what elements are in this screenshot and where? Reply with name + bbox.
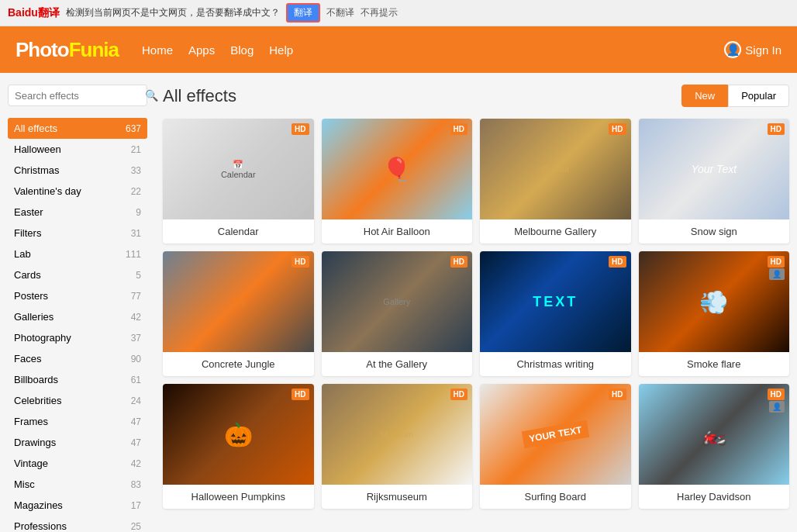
effect-thumbnail: 🏍️ HD 👤 xyxy=(639,384,790,485)
content-area: All effects New Popular 📅Calendar HD Cal… xyxy=(163,85,789,532)
search-box[interactable]: 🔍 xyxy=(8,85,147,106)
effect-thumbnail: Gallery HD xyxy=(322,251,473,352)
effect-name: Hot Air Balloon xyxy=(322,219,473,244)
header: PhotoFunia Home Apps Blog Help 👤 Sign In xyxy=(0,26,797,73)
effect-name: Snow sign xyxy=(639,219,790,244)
effect-thumbnail: TEXT HD xyxy=(480,251,631,352)
search-input[interactable] xyxy=(15,90,145,102)
effects-grid: 📅Calendar HD Calendar 🎈 HD Hot Air Ballo… xyxy=(163,119,789,509)
user-badge: 👤 xyxy=(769,268,785,280)
sidebar-item-misc[interactable]: Misc83 xyxy=(8,474,147,495)
main-container: 🔍 All effects637Halloween21Christmas33Va… xyxy=(0,73,797,532)
no-translate-link[interactable]: 不翻译 xyxy=(326,6,354,19)
sign-in-button[interactable]: 👤 Sign In xyxy=(724,41,781,58)
effect-name: Rijksmuseum xyxy=(322,485,473,509)
effect-thumbnail: Portrait HD xyxy=(480,119,631,219)
page-title: All effects xyxy=(163,86,236,106)
hd-badge: HD xyxy=(609,256,626,268)
effect-card-surfing-board[interactable]: YOUR TEXT HD Surfing Board xyxy=(480,384,631,509)
hd-badge: HD xyxy=(768,123,785,135)
sidebar-items: All effects637Halloween21Christmas33Vale… xyxy=(8,118,147,532)
effect-name: Harley Davidson xyxy=(639,485,790,509)
sidebar-item-magazines[interactable]: Magazines17 xyxy=(8,495,147,516)
sidebar-item-photography[interactable]: Photography37 xyxy=(8,327,147,348)
effect-card-harley-davidson[interactable]: 🏍️ HD 👤 Harley Davidson xyxy=(639,384,790,509)
filter-buttons: New Popular xyxy=(681,85,789,107)
sidebar-item-faces[interactable]: Faces90 xyxy=(8,348,147,369)
translate-message: 检测到当前网页不是中文网页，是否要翻译成中文？ xyxy=(66,6,280,19)
hd-badge: HD xyxy=(450,123,468,135)
nav-home[interactable]: Home xyxy=(142,40,173,60)
sidebar-item-halloween[interactable]: Halloween21 xyxy=(8,139,147,160)
sidebar-item-professions[interactable]: Professions25 xyxy=(8,516,147,532)
sidebar-item-frames[interactable]: Frames47 xyxy=(8,411,147,432)
sign-in-label: Sign In xyxy=(745,43,781,57)
sidebar-item-valentine-s-day[interactable]: Valentine's day22 xyxy=(8,181,147,202)
nav-apps[interactable]: Apps xyxy=(188,40,215,60)
effect-name: Halloween Pumpkins xyxy=(163,485,314,509)
content-header: All effects New Popular xyxy=(163,85,789,107)
hd-badge: HD xyxy=(292,123,309,135)
translate-bar: Baidu翻译 检测到当前网页不是中文网页，是否要翻译成中文？ 翻译 不翻译 不… xyxy=(0,0,797,26)
effect-card-rijksmuseum[interactable]: Museum HD Rijksmuseum xyxy=(322,384,473,509)
hd-badge: HD xyxy=(768,389,785,400)
effect-thumbnail: YOUR TEXT HD xyxy=(480,384,631,485)
effect-card-snow-sign[interactable]: Your Text HD Snow sign xyxy=(639,119,790,244)
effect-name: Christmas writing xyxy=(480,352,631,376)
effect-thumbnail: 💨 HD 👤 xyxy=(639,251,790,352)
effect-name: Calendar xyxy=(163,219,314,244)
effect-thumbnail: 🎈 HD xyxy=(322,119,473,219)
logo[interactable]: PhotoFunia xyxy=(16,38,119,62)
sidebar: 🔍 All effects637Halloween21Christmas33Va… xyxy=(8,85,147,532)
main-nav: Home Apps Blog Help xyxy=(142,40,724,60)
sidebar-item-cards[interactable]: Cards5 xyxy=(8,264,147,285)
hd-badge: HD xyxy=(768,256,785,268)
hd-badge: HD xyxy=(609,389,626,400)
effect-thumbnail: 📅Calendar HD xyxy=(163,119,314,219)
sidebar-item-christmas[interactable]: Christmas33 xyxy=(8,160,147,181)
hd-badge: HD xyxy=(450,389,468,400)
sidebar-item-galleries[interactable]: Galleries42 xyxy=(8,306,147,327)
translate-button[interactable]: 翻译 xyxy=(286,3,320,22)
logo-photo: Photo xyxy=(16,38,69,61)
hd-badge: HD xyxy=(292,256,309,268)
effect-thumbnail: 🎃 HD xyxy=(163,384,314,485)
sidebar-item-all-effects[interactable]: All effects637 xyxy=(8,118,147,139)
effect-card-at-the-gallery[interactable]: Gallery HD At the Gallery xyxy=(322,251,473,376)
effect-card-concrete-jungle[interactable]: City HD Concrete Jungle xyxy=(163,251,314,376)
effect-name: At the Gallery xyxy=(322,352,473,376)
effect-card-christmas-writing[interactable]: TEXT HD Christmas writing xyxy=(480,251,631,376)
effect-card-hot-air-balloon[interactable]: 🎈 HD Hot Air Balloon xyxy=(322,119,473,244)
nav-blog[interactable]: Blog xyxy=(230,40,254,60)
effect-name: Surfing Board xyxy=(480,485,631,509)
sidebar-item-posters[interactable]: Posters77 xyxy=(8,285,147,306)
sidebar-item-billboards[interactable]: Billboards61 xyxy=(8,369,147,390)
effect-card-halloween-pumpkins[interactable]: 🎃 HD Halloween Pumpkins xyxy=(163,384,314,509)
user-badge: 👤 xyxy=(769,401,785,413)
hd-badge: HD xyxy=(292,389,309,400)
effect-card-melbourne-gallery[interactable]: Portrait HD Melbourne Gallery xyxy=(480,119,631,244)
effect-name: Concrete Jungle xyxy=(163,352,314,376)
effect-thumbnail: City HD xyxy=(163,251,314,352)
effect-card-smoke-flare[interactable]: 💨 HD 👤 Smoke flare xyxy=(639,251,790,376)
sidebar-item-filters[interactable]: Filters31 xyxy=(8,223,147,244)
search-icon: 🔍 xyxy=(145,89,158,102)
no-show-link[interactable]: 不再提示 xyxy=(361,6,398,19)
user-icon: 👤 xyxy=(724,41,741,58)
sidebar-item-lab[interactable]: Lab111 xyxy=(8,244,147,264)
filter-popular-button[interactable]: Popular xyxy=(728,85,789,107)
baidu-logo: Baidu翻译 xyxy=(8,6,60,20)
effect-name: Melbourne Gallery xyxy=(480,219,631,244)
nav-help[interactable]: Help xyxy=(269,40,293,60)
sidebar-item-celebrities[interactable]: Celebrities24 xyxy=(8,390,147,411)
hd-badge: HD xyxy=(450,256,468,268)
effect-thumbnail: Your Text HD xyxy=(639,119,790,219)
effect-name: Smoke flare xyxy=(639,352,790,376)
sidebar-item-drawings[interactable]: Drawings47 xyxy=(8,432,147,453)
sidebar-item-easter[interactable]: Easter9 xyxy=(8,202,147,223)
filter-new-button[interactable]: New xyxy=(681,85,728,107)
logo-funia: Funia xyxy=(69,38,119,61)
effect-card-calendar[interactable]: 📅Calendar HD Calendar xyxy=(163,119,314,244)
sidebar-item-vintage[interactable]: Vintage42 xyxy=(8,453,147,474)
hd-badge: HD xyxy=(609,123,626,135)
